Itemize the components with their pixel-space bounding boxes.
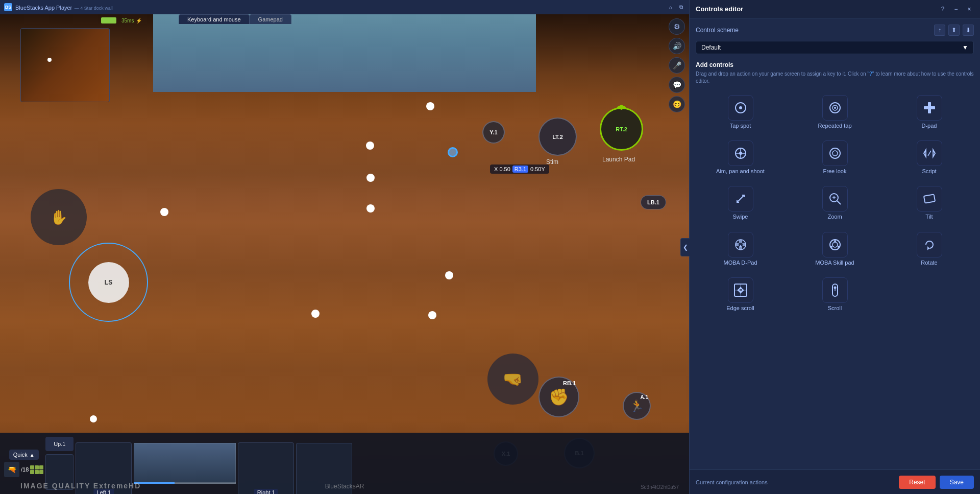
- control-tap-spot[interactable]: Tap spot: [696, 92, 785, 132]
- y1-button[interactable]: Y.1: [482, 121, 505, 144]
- svg-point-29: [838, 246, 840, 248]
- joystick-label: LS: [105, 279, 112, 286]
- moba-d-pad-icon: ▲: [728, 232, 753, 257]
- video-thumbnail[interactable]: [134, 443, 236, 484]
- collapse-arrow[interactable]: ❮: [680, 238, 690, 256]
- footer-buttons: Reset Save: [899, 476, 974, 489]
- scroll-icon: [822, 277, 848, 303]
- left-control-button[interactable]: ✋: [31, 189, 87, 245]
- rt2-button[interactable]: RT.2: [600, 107, 643, 151]
- svg-point-28: [834, 240, 836, 242]
- close-panel-icon[interactable]: ×: [965, 5, 974, 14]
- aim-pan-shoot-icon: [728, 140, 753, 166]
- control-repeated-tap[interactable]: Repeated tap: [790, 92, 879, 132]
- svg-point-4: [834, 107, 836, 109]
- scroll-label: Scroll: [828, 305, 842, 312]
- launchpad-label: Launch Pad: [602, 156, 635, 163]
- tab-keyboard-mouse[interactable]: Keyboard and mouse: [179, 14, 250, 24]
- ammo-count: /18: [21, 466, 29, 473]
- lt2-button[interactable]: LT.2: [538, 117, 577, 156]
- minimize-panel-icon[interactable]: −: [951, 5, 961, 14]
- repeated-tap-label: Repeated tap: [818, 123, 851, 129]
- control-tilt[interactable]: Tilt: [885, 183, 974, 223]
- bottom-slot-right[interactable]: Right.1: [238, 442, 294, 494]
- control-moba-d-pad[interactable]: ▲ MOBA D-Pad: [696, 229, 785, 269]
- svg-point-12: [832, 151, 838, 156]
- scheme-upload-btn[interactable]: ⬆: [948, 25, 960, 36]
- restore-btn[interactable]: ⧉: [677, 3, 685, 11]
- controls-editor-panel: ❮ Controls editor ? − × Control scheme ↑…: [689, 0, 980, 494]
- control-edge-scroll[interactable]: Edge scroll: [696, 274, 785, 315]
- aim-control-dot[interactable]: [448, 147, 458, 157]
- panel-header: Controls editor ? − ×: [690, 0, 980, 18]
- svg-point-35: [834, 286, 836, 289]
- svg-marker-14: [933, 150, 935, 157]
- scheme-select[interactable]: Default ▼: [696, 41, 974, 54]
- d-pad-icon: [917, 95, 942, 121]
- swipe-label: Swipe: [733, 214, 748, 220]
- quick-button[interactable]: Quick ▲: [9, 450, 39, 460]
- svg-point-11: [830, 148, 840, 158]
- rb1-icon: ✊: [549, 387, 569, 407]
- chat-icon[interactable]: 💬: [669, 77, 685, 93]
- tab-gamepad[interactable]: Gamepad: [250, 14, 291, 24]
- svg-rect-6: [924, 106, 935, 109]
- control-aim-pan-shoot[interactable]: Aim, pan and shoot: [696, 137, 785, 178]
- lb1-button[interactable]: LB.1: [641, 195, 666, 209]
- controls-grid: Tap spot Repeated tap: [696, 92, 974, 315]
- coord-display: X 0.50 R3.1 0.50Y: [490, 164, 549, 174]
- reset-button[interactable]: Reset: [899, 476, 935, 489]
- chevron-down-icon: ▼: [962, 44, 968, 51]
- control-rotate[interactable]: Rotate: [885, 229, 974, 269]
- up1-button[interactable]: Up.1: [45, 437, 74, 451]
- quick-arrow: ▲: [30, 452, 35, 458]
- image-quality-label: IMAGE QUALITY ExtremeHD: [20, 482, 141, 490]
- tap-spot-label: Tap spot: [730, 123, 751, 129]
- control-scheme-label: Control scheme: [696, 27, 739, 34]
- control-dot-5: [366, 174, 375, 182]
- battery-area: 35ms ⚡: [101, 17, 142, 23]
- scheme-share-btn[interactable]: ↑: [934, 25, 945, 36]
- control-free-look[interactable]: Free look: [790, 137, 879, 178]
- tilt-label: Tilt: [925, 214, 933, 220]
- svg-line-15: [928, 151, 931, 156]
- control-moba-skill-pad[interactable]: MOBA Skill pad: [790, 229, 879, 269]
- moba-d-pad-label: MOBA D-Pad: [723, 260, 757, 266]
- fps-icon: ⚡: [136, 18, 142, 23]
- help-icon[interactable]: ?: [938, 5, 947, 14]
- save-button[interactable]: Save: [940, 476, 974, 489]
- aim-pan-shoot-label: Aim, pan and shoot: [716, 168, 765, 175]
- edge-scroll-icon: [728, 277, 753, 303]
- control-d-pad[interactable]: D-pad: [885, 92, 974, 132]
- scheme-download-btn[interactable]: ⬇: [963, 25, 974, 36]
- app-subtitle: — 4 Star dock wall: [75, 6, 113, 11]
- app-logo: BS: [4, 3, 12, 11]
- grab-icon: ✋: [50, 209, 68, 226]
- control-dot-2: [426, 102, 434, 110]
- control-script[interactable]: Script: [885, 137, 974, 178]
- svg-line-17: [837, 201, 841, 204]
- home-btn[interactable]: ⌂: [667, 3, 675, 11]
- footer-label: Current configuration actions: [696, 479, 768, 485]
- window-controls: ⌂ ⧉: [667, 3, 685, 11]
- control-dot-3: [366, 142, 374, 150]
- coord-x: X 0.50: [494, 166, 510, 172]
- emoji-icon[interactable]: 😊: [669, 96, 685, 112]
- control-scroll[interactable]: Scroll: [790, 274, 879, 315]
- lt2-label: LT.2: [552, 134, 563, 140]
- rt2-label: RT.2: [616, 126, 627, 132]
- joystick-inner[interactable]: LS: [88, 262, 129, 303]
- rotate-icon: [917, 232, 942, 257]
- volume-icon[interactable]: 🔊: [669, 38, 685, 54]
- coord-y: 0.50Y: [530, 166, 545, 172]
- panel-title: Controls editor: [696, 5, 743, 13]
- mic-icon[interactable]: 🎤: [669, 57, 685, 74]
- edge-scroll-label: Edge scroll: [726, 305, 754, 312]
- control-zoom[interactable]: Zoom: [790, 183, 879, 223]
- control-dot-9: [428, 311, 436, 319]
- a1-button[interactable]: 🏃 A.1: [623, 392, 651, 420]
- control-swipe[interactable]: Swipe: [696, 183, 785, 223]
- hash-label: Sc3n4tO2ht0a57: [641, 484, 679, 490]
- ammo-grid: [30, 465, 43, 474]
- rb1-button[interactable]: ✊ RB.1: [538, 377, 579, 417]
